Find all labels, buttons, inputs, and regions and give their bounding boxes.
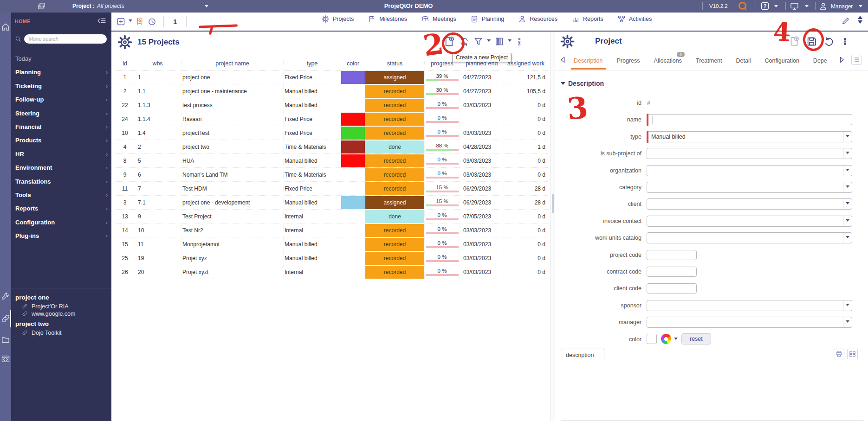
column-header-progress[interactable]: progress <box>424 61 460 70</box>
up-arrow-icon[interactable] <box>858 16 862 19</box>
sidebar-item-configuration[interactable]: Configuration› <box>11 216 111 229</box>
description-textarea[interactable] <box>561 361 864 421</box>
work-units-catalog-select[interactable] <box>647 232 852 243</box>
description-text-tab[interactable]: description <box>561 349 604 361</box>
project-context-selector[interactable]: Project :All projects <box>72 3 124 9</box>
edit-pencil-icon[interactable] <box>841 16 850 26</box>
table-row[interactable]: 241.1.4RavaanFixed Pricerecorded0 %0 d <box>116 112 548 126</box>
sidebar-item-ticketing[interactable]: Ticketing› <box>11 79 111 93</box>
splitter-grip[interactable] <box>552 194 554 213</box>
column-header-status[interactable]: status <box>365 61 424 70</box>
sidebar-item-reports[interactable]: Reports› <box>11 202 111 215</box>
new-item-caret-icon[interactable] <box>129 19 132 24</box>
is-sub-project-of-select[interactable] <box>647 148 852 159</box>
name-input[interactable] <box>647 114 852 125</box>
help-button[interactable]: ? <box>761 2 769 10</box>
manager-select[interactable] <box>647 317 852 328</box>
display-icon[interactable] <box>790 2 799 11</box>
select-dropdown-button[interactable] <box>843 233 852 243</box>
invoice-contact-select[interactable] <box>647 216 852 227</box>
wrench-icon[interactable] <box>1 292 10 301</box>
color-swatch-input[interactable] <box>647 334 657 344</box>
sidebar-item-plug-ins[interactable]: Plug-ins› <box>11 229 111 242</box>
home-icon[interactable] <box>1 22 10 32</box>
table-row[interactable]: 117Test HDMFixed Pricerecorded15 %06/29/… <box>116 182 548 196</box>
sponsor-select[interactable] <box>647 300 852 311</box>
table-row[interactable]: 42project twoTime & Materialsdone88 %04/… <box>116 140 548 154</box>
menubar-item-resources[interactable]: Resources <box>518 15 557 23</box>
context-caret-icon[interactable] <box>205 5 208 9</box>
favorite-link[interactable]: Project'Or RIA <box>11 303 111 310</box>
select-dropdown-button[interactable] <box>843 199 852 209</box>
sidebar-item-translations[interactable]: Translations› <box>11 175 111 188</box>
folder-icon[interactable] <box>1 335 10 344</box>
menubar-item-reports[interactable]: Reports <box>571 15 603 23</box>
table-row[interactable]: 101.4projectTestFixed Pricerecorded0 %03… <box>116 126 548 140</box>
favorite-project-title[interactable]: project two <box>11 318 111 329</box>
column-header-type[interactable]: type <box>283 61 341 70</box>
sidebar-item-products[interactable]: Products› <box>11 134 111 147</box>
table-row[interactable]: 85HUAManual billedrecorded0 %03/03/20230… <box>116 154 548 168</box>
favorite-link[interactable]: Dojo Toolkit <box>11 329 111 337</box>
table-row[interactable]: 139Test ProjectInternaldone0 %07/05/2023… <box>116 210 548 223</box>
select-dropdown-button[interactable] <box>843 132 852 142</box>
menubar-item-projects[interactable]: Projects <box>321 15 354 23</box>
new-item-button[interactable] <box>116 17 126 26</box>
favorite-project-title[interactable]: project one <box>11 291 111 303</box>
columns-icon[interactable] <box>494 36 505 47</box>
sidebar-item-steering[interactable]: Steering› <box>11 107 111 120</box>
select-dropdown-button[interactable] <box>843 182 852 192</box>
table-row[interactable]: 2620Projet xyztInternalrecorded0 %03/03/… <box>116 265 548 279</box>
table-row[interactable]: 1410Test Nr2Internalrecorded0 %03/03/202… <box>116 223 548 237</box>
grid-view-icon[interactable] <box>847 349 858 359</box>
refresh-icon[interactable] <box>459 36 470 47</box>
help-caret-icon[interactable] <box>774 5 778 9</box>
project-code-input[interactable] <box>647 250 697 260</box>
select-dropdown-button[interactable] <box>843 148 852 159</box>
history-icon[interactable] <box>147 17 157 26</box>
table-row[interactable]: 2519Projet xyzManual billedrecorded0 %03… <box>116 251 548 265</box>
sidebar-item-today[interactable]: Today <box>11 52 111 65</box>
bookmark-icon[interactable] <box>135 17 144 26</box>
columns-caret-icon[interactable] <box>508 39 512 44</box>
more-options-icon[interactable] <box>515 37 524 46</box>
menubar-item-milestones[interactable]: Milestones <box>368 15 407 23</box>
menu-search-input[interactable] <box>24 34 107 44</box>
column-header-planned-end[interactable]: planned end <box>460 61 504 70</box>
sidebar-item-follow-up[interactable]: Follow-up› <box>11 93 111 106</box>
table-row[interactable]: 11project oneFixed Priceassigned39 %04/2… <box>116 70 548 84</box>
notification-count[interactable]: 1 <box>170 18 180 26</box>
client-code-input[interactable] <box>647 283 697 293</box>
select-dropdown-button[interactable] <box>843 300 852 311</box>
collapse-sidebar-icon[interactable] <box>97 17 107 27</box>
menubar-item-activities[interactable]: Activities <box>617 15 652 23</box>
table-row[interactable]: 37.1project one - developementManual bil… <box>116 196 548 210</box>
display-caret-icon[interactable] <box>805 5 809 9</box>
menubar-item-planning[interactable]: Planning <box>470 15 505 23</box>
type-select[interactable]: Manual billed <box>647 131 852 142</box>
column-header-color[interactable]: color <box>341 61 365 70</box>
code-window-icon[interactable] <box>1 354 10 364</box>
sidebar-item-financial[interactable]: Financial› <box>11 120 111 134</box>
user-icon[interactable] <box>819 2 828 11</box>
category-select[interactable] <box>647 182 852 193</box>
column-header-wbs[interactable]: wbs <box>134 61 181 70</box>
select-dropdown-button[interactable] <box>843 166 852 176</box>
column-header-assigned-work[interactable]: assigned work <box>504 61 548 70</box>
favorite-link[interactable]: www.google.com <box>11 310 111 318</box>
organization-select[interactable] <box>647 165 852 176</box>
menubar-item-meetings[interactable]: Meetings <box>421 15 456 23</box>
sidebar-item-environment[interactable]: Environment› <box>11 161 111 174</box>
print-icon[interactable] <box>834 349 844 359</box>
sidebar-item-planning[interactable]: Planning› <box>11 65 111 79</box>
filter-caret-icon[interactable] <box>487 39 491 44</box>
down-arrow-icon[interactable] <box>858 20 862 24</box>
reset-color-button[interactable]: reset <box>681 333 711 344</box>
table-row[interactable]: 1511MonprojetamoiManual billedrecorded0 … <box>116 237 548 251</box>
filter-icon[interactable] <box>473 36 484 47</box>
create-project-icon[interactable] <box>443 35 455 48</box>
panel-splitter[interactable] <box>551 32 555 421</box>
contract-code-input[interactable] <box>647 267 697 277</box>
client-select[interactable] <box>647 198 852 210</box>
select-dropdown-button[interactable] <box>843 216 852 226</box>
